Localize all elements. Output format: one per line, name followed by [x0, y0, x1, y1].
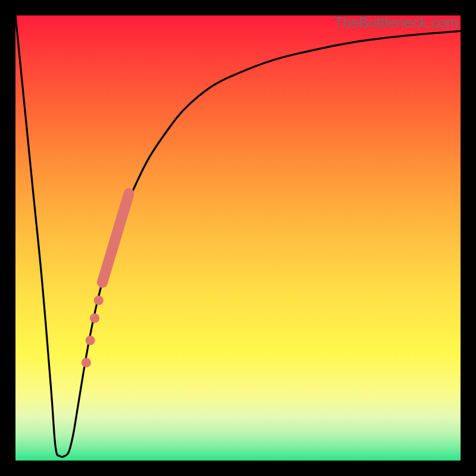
highlight-dot	[94, 296, 104, 305]
watermark-text: TheBottleneck.com	[334, 14, 458, 31]
chart-frame: TheBottleneck.com	[0, 0, 476, 476]
highlight-dot	[86, 336, 95, 345]
plot-area	[15, 15, 461, 461]
highlight-dot	[90, 314, 99, 323]
highlight-segment	[102, 193, 129, 283]
bottleneck-curve	[15, 15, 461, 457]
curve-layer	[15, 15, 461, 461]
highlight-dots	[82, 296, 104, 368]
highlight-dot	[82, 358, 91, 367]
